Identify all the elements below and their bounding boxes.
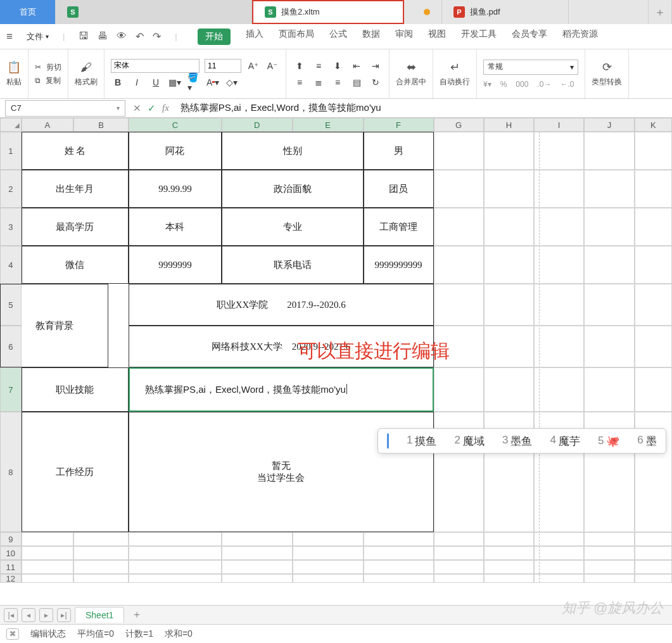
cell-D11[interactable] [222,560,293,574]
sheet-nav-first[interactable]: |◂ [4,608,18,622]
cell-C5[interactable]: 职业XX学院 2017.9--2020.6 [129,284,433,326]
cell-G4[interactable] [434,246,484,284]
cell-C7-editing[interactable]: 熟练掌握PS,ai，Execl,Word，摸鱼等技能mo'yu [129,367,434,412]
cell-H11[interactable] [484,560,534,574]
row-9[interactable]: 9 [0,532,22,546]
comma-icon[interactable]: 000 [516,80,528,89]
cell-K7[interactable] [635,367,672,412]
cell-E12[interactable] [293,574,364,583]
merge-icon[interactable]: ⬌ [407,60,416,74]
cell-J12[interactable] [584,574,634,583]
cell-K6[interactable] [635,326,672,367]
tab-data[interactable]: 数据 [362,29,380,45]
ime-cand-1[interactable]: 1摸鱼 [407,434,436,449]
align-bot-icon[interactable]: ⬇ [331,59,345,73]
col-D[interactable]: D [222,118,293,132]
preview-icon[interactable]: 👁 [117,30,127,42]
spreadsheet-grid[interactable]: ◢ A B C D E F G H I J K 1 姓 名 阿花 性别 男 2 … [0,118,672,583]
ime-cand-5[interactable]: 5🐙 [598,435,619,448]
sheet-nav-prev[interactable]: ◂ [22,608,35,622]
sheet-nav-last[interactable]: ▸| [57,608,71,622]
dec-inc-icon[interactable]: ←.0 [560,80,574,89]
tab-insert[interactable]: 插入 [246,29,263,45]
cell-G10[interactable] [434,546,484,560]
align-mid-icon[interactable]: ≡ [312,59,326,73]
cell-D12[interactable] [222,574,293,583]
cell-I6[interactable] [534,326,584,367]
copy-button[interactable]: ⧉复制 [35,75,61,86]
col-I[interactable]: I [534,118,584,132]
fx-icon[interactable]: fx [162,103,169,114]
cell-H7[interactable] [484,367,534,412]
font-size-select[interactable] [205,59,241,73]
cell-J7[interactable] [584,367,634,412]
cell-H12[interactable] [484,574,534,583]
cell-F11[interactable] [364,560,434,574]
cell-D9[interactable] [222,532,293,546]
cell-A4[interactable]: 微信 [22,246,129,284]
cell-J6[interactable] [584,326,634,367]
col-H[interactable]: H [484,118,534,132]
cell-I7[interactable] [534,367,584,412]
cell-H2[interactable] [484,170,534,208]
cell-C11[interactable] [129,560,222,574]
cell-C3[interactable]: 本科 [129,208,222,246]
cell-H1[interactable] [484,132,534,170]
cell-K11[interactable] [635,560,672,574]
cell-A7[interactable]: 职业技能 [22,367,129,412]
cell-I2[interactable] [534,170,584,208]
cell-E9[interactable] [293,532,364,546]
cell-A9[interactable] [22,532,73,546]
row-12[interactable]: 12 [0,574,22,583]
cell-F10[interactable] [364,546,434,560]
italic-button[interactable]: I [130,75,144,89]
confirm-edit-icon[interactable]: ✓ [148,103,156,114]
cell-G2[interactable] [434,170,484,208]
cell-H10[interactable] [484,546,534,560]
cell-H3[interactable] [484,208,534,246]
cell-K3[interactable] [635,208,672,246]
ime-cand-4[interactable]: 4魔芋 [550,434,580,449]
convert-label[interactable]: 类型转换 [592,77,622,87]
name-box[interactable]: C7▾ [5,100,125,117]
cell-K1[interactable] [635,132,672,170]
cell-B10[interactable] [73,546,129,560]
tab-view[interactable]: 视图 [428,29,446,45]
row-2[interactable]: 2 [0,170,22,208]
tab-formula[interactable]: 公式 [329,29,347,45]
cell-G9[interactable] [434,532,484,546]
cell-H4[interactable] [484,246,534,284]
cell-B11[interactable] [73,560,129,574]
cell-G12[interactable] [434,574,484,583]
merge-label[interactable]: 合并居中 [396,77,426,87]
align-right-icon[interactable]: ≡ [331,75,345,89]
ime-cand-3[interactable]: 3墨鱼 [502,434,532,449]
cell-K2[interactable] [635,170,672,208]
cell-J11[interactable] [584,560,634,574]
wrap-icon[interactable]: ↵ [450,60,460,74]
cell-A11[interactable] [22,560,73,574]
cell-G7[interactable] [434,367,484,412]
fill-color-button[interactable]: 🪣▾ [187,75,201,89]
cell-A3[interactable]: 最高学历 [22,208,129,246]
save-icon[interactable]: 🖫 [79,30,89,42]
align-left-icon[interactable]: ≡ [293,75,307,89]
blank-tab[interactable]: S [56,0,252,24]
cell-G5[interactable] [434,284,484,326]
undo-icon[interactable]: ↶ [136,30,144,42]
row-8[interactable]: 8 [0,412,22,532]
cell-F9[interactable] [364,532,434,546]
cell-C2[interactable]: 99.99.99 [129,170,222,208]
select-all-corner[interactable]: ◢ [0,118,22,132]
cell-J10[interactable] [584,546,634,560]
border-button[interactable]: ▦▾ [168,75,182,89]
row-7[interactable]: 7 [0,367,22,412]
cell-F4[interactable]: 9999999999 [364,246,434,284]
cell-K4[interactable] [635,246,672,284]
currency-icon[interactable]: ¥▾ [483,80,491,89]
cell-K10[interactable] [635,546,672,560]
tab-resources[interactable]: 稻壳资源 [562,29,598,45]
home-tab[interactable]: 首页 [0,0,56,24]
row-4[interactable]: 4 [0,246,22,284]
file-menu[interactable]: 文件▾ [27,31,49,42]
